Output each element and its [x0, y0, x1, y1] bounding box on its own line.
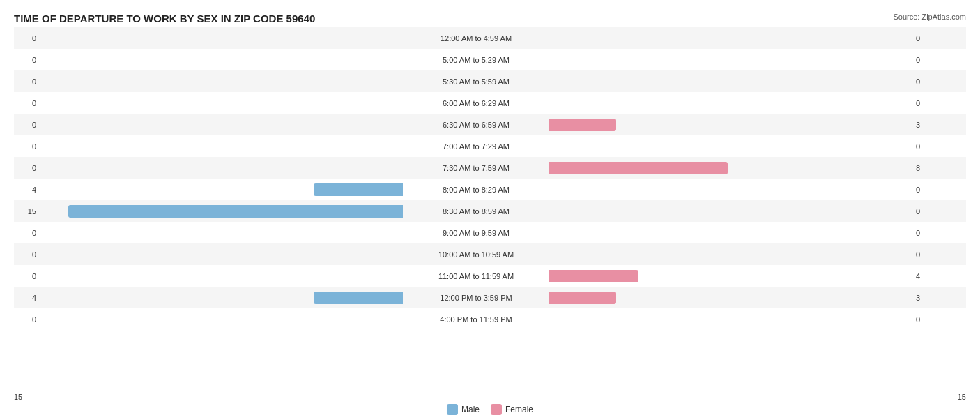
female-bar [549, 292, 616, 304]
male-bar [314, 292, 403, 304]
legend-male-label: Male [461, 405, 480, 414]
male-value: 0 [14, 229, 40, 237]
chart-row: 0 6:00 AM to 6:29 AM 0 [14, 92, 966, 114]
legend-male: Male [447, 404, 480, 415]
male-bar-section [40, 270, 403, 282]
chart-row: 15 8:30 AM to 8:59 AM 0 [14, 200, 966, 222]
time-label: 8:30 AM to 8:59 AM [403, 207, 549, 216]
chart-area: 0 12:00 AM to 4:59 AM 0 0 5:00 AM to 5:2… [14, 27, 966, 360]
male-bar-section [40, 54, 403, 66]
male-value: 4 [14, 294, 40, 302]
male-value: 0 [14, 272, 40, 280]
female-bar-section [549, 32, 912, 45]
male-bar-section [40, 248, 403, 261]
male-bar-section [40, 32, 403, 45]
female-bar [549, 162, 728, 174]
chart-row: 0 7:30 AM to 7:59 AM 8 [14, 157, 966, 179]
female-value: 0 [912, 77, 938, 86]
male-value: 15 [14, 207, 40, 216]
male-value: 0 [14, 315, 40, 324]
male-bar-section [40, 183, 403, 196]
axis-right-label: 15 [958, 393, 966, 401]
male-bar [314, 183, 403, 196]
male-value: 0 [14, 34, 40, 43]
male-bar-section [40, 97, 403, 110]
time-label: 7:30 AM to 7:59 AM [403, 164, 549, 172]
female-bar-section [549, 54, 912, 66]
male-value: 0 [14, 121, 40, 129]
time-label: 5:30 AM to 5:59 AM [403, 77, 549, 86]
chart-container: TIME OF DEPARTURE TO WORK BY SEX IN ZIP … [0, 0, 980, 415]
male-value: 0 [14, 142, 40, 151]
female-bar-section [549, 162, 912, 174]
chart-row: 0 12:00 AM to 4:59 AM 0 [14, 27, 966, 49]
legend-female-label: Female [505, 405, 533, 414]
female-value: 0 [912, 186, 938, 194]
male-bar-section [40, 292, 403, 304]
female-bar-section [549, 75, 912, 88]
male-bar-section [40, 205, 403, 218]
male-bar-section [40, 227, 403, 239]
time-label: 4:00 PM to 11:59 PM [403, 315, 549, 324]
female-value: 0 [912, 229, 938, 237]
chart-row: 4 12:00 PM to 3:59 PM 3 [14, 287, 966, 308]
chart-row: 0 7:00 AM to 7:29 AM 0 [14, 135, 966, 157]
female-value: 3 [912, 121, 938, 129]
legend-male-box [447, 404, 458, 415]
time-label: 8:00 AM to 8:29 AM [403, 186, 549, 194]
chart-row: 0 5:30 AM to 5:59 AM 0 [14, 70, 966, 92]
legend: Male Female [447, 404, 533, 415]
female-value: 0 [912, 56, 938, 64]
male-value: 4 [14, 186, 40, 194]
male-bar-section [40, 140, 403, 153]
time-label: 7:00 AM to 7:29 AM [403, 142, 549, 151]
time-label: 12:00 AM to 4:59 AM [403, 34, 549, 43]
time-label: 6:00 AM to 6:29 AM [403, 99, 549, 107]
chart-row: 0 4:00 PM to 11:59 PM 0 [14, 308, 966, 330]
time-label: 6:30 AM to 6:59 AM [403, 121, 549, 129]
source-label: Source: ZipAtlas.com [893, 13, 966, 21]
female-bar-section [549, 292, 912, 304]
male-value: 0 [14, 77, 40, 86]
female-value: 0 [912, 250, 938, 259]
female-value: 8 [912, 164, 938, 172]
legend-female: Female [491, 404, 533, 415]
male-bar-section [40, 75, 403, 88]
time-label: 11:00 AM to 11:59 AM [403, 272, 549, 280]
female-bar-section [549, 270, 912, 282]
male-value: 0 [14, 99, 40, 107]
female-bar-section [549, 248, 912, 261]
chart-row: 0 6:30 AM to 6:59 AM 3 [14, 114, 966, 135]
male-bar-section [40, 162, 403, 174]
time-label: 5:00 AM to 5:29 AM [403, 56, 549, 64]
legend-female-box [491, 404, 502, 415]
female-value: 0 [912, 99, 938, 107]
female-bar [549, 119, 616, 131]
female-bar-section [549, 313, 912, 326]
female-bar-section [549, 97, 912, 110]
female-bar-section [549, 183, 912, 196]
female-bar-section [549, 140, 912, 153]
female-bar [549, 270, 638, 282]
time-label: 12:00 PM to 3:59 PM [403, 294, 549, 302]
female-value: 0 [912, 315, 938, 324]
male-value: 0 [14, 164, 40, 172]
chart-title: TIME OF DEPARTURE TO WORK BY SEX IN ZIP … [14, 13, 966, 24]
female-bar-section [549, 205, 912, 218]
time-label: 10:00 AM to 10:59 AM [403, 250, 549, 259]
male-bar-section [40, 119, 403, 131]
time-label: 9:00 AM to 9:59 AM [403, 229, 549, 237]
female-bar-section [549, 119, 912, 131]
chart-row: 0 9:00 AM to 9:59 AM 0 [14, 222, 966, 243]
male-bar [68, 205, 403, 218]
chart-row: 0 5:00 AM to 5:29 AM 0 [14, 49, 966, 70]
chart-row: 0 11:00 AM to 11:59 AM 4 [14, 265, 966, 287]
female-value: 4 [912, 272, 938, 280]
female-value: 0 [912, 142, 938, 151]
male-bar-section [40, 313, 403, 326]
female-value: 0 [912, 34, 938, 43]
male-value: 0 [14, 56, 40, 64]
axis-left-label: 15 [14, 393, 22, 401]
female-value: 3 [912, 294, 938, 302]
female-value: 0 [912, 207, 938, 216]
